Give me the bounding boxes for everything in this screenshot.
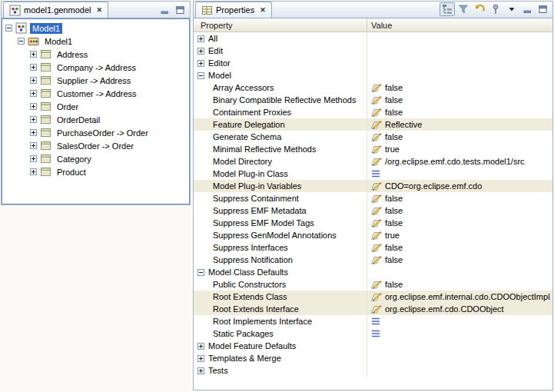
tree-item-model1[interactable]: Model1	[2, 22, 189, 35]
property-value-cell[interactable]: Reflective	[367, 118, 552, 131]
property-row-model-feature-defaults[interactable]: Model Feature Defaults	[194, 340, 552, 352]
show-tree-mode-button[interactable]	[440, 2, 455, 16]
tree-item-supplier-address[interactable]: Supplier -> Address	[2, 74, 189, 87]
tree-item-address[interactable]: Address	[2, 48, 189, 61]
expand-box-icon[interactable]	[197, 343, 204, 350]
property-row-model-class-defaults[interactable]: Model Class Defaults	[194, 266, 552, 278]
property-value-cell[interactable]: false	[367, 192, 552, 204]
property-row-static-packages[interactable]: Static Packages	[194, 327, 552, 340]
tree-item-customer-address[interactable]: Customer -> Address	[2, 87, 189, 100]
expand-box-icon[interactable]	[30, 77, 37, 84]
property-row-templates-merge[interactable]: Templates & Merge	[194, 352, 552, 364]
property-value-cell[interactable]	[367, 168, 552, 180]
property-value-cell[interactable]: false	[367, 81, 552, 94]
property-row-containment-proxies[interactable]: Containment Proxiesfalse	[194, 106, 552, 118]
property-value-cell[interactable]	[367, 69, 552, 81]
expand-box-icon[interactable]	[197, 35, 204, 42]
value-column-header[interactable]: Value	[367, 18, 552, 32]
tree-item-company-address[interactable]: Company -> Address	[2, 61, 189, 74]
minimize-button[interactable]	[520, 3, 535, 16]
property-value-cell[interactable]	[367, 57, 552, 69]
maximize-button[interactable]	[536, 3, 550, 16]
property-row-minimal-reflective-methods[interactable]: Minimal Reflective Methodstrue	[194, 143, 552, 155]
property-value-cell[interactable]: true	[367, 143, 552, 155]
collapse-box-icon[interactable]	[197, 269, 204, 276]
expand-box-icon[interactable]	[30, 168, 37, 175]
property-row-all[interactable]: All	[194, 32, 552, 45]
property-value-cell[interactable]: org.eclipse.emf.cdo.CDOObject	[367, 303, 552, 315]
property-value-cell[interactable]: false	[367, 106, 552, 118]
tree-item-model1[interactable]: Model1	[2, 35, 189, 48]
tree-item-salesorder-order[interactable]: SalesOrder -> Order	[2, 139, 189, 152]
property-row-editor[interactable]: Editor	[194, 57, 552, 69]
property-row-suppress-interfaces[interactable]: Suppress Interfacesfalse	[194, 241, 552, 254]
property-row-generate-schema[interactable]: Generate Schemafalse	[194, 131, 552, 143]
collapse-box-icon[interactable]	[18, 38, 25, 45]
property-value-cell[interactable]: org.eclipse.emf.internal.cdo.CDOObjectIm…	[367, 291, 552, 303]
close-icon[interactable]: ✕	[96, 6, 102, 14]
property-value-cell[interactable]: CDO=org.eclipse.emf.cdo	[367, 180, 552, 192]
property-value-cell[interactable]	[367, 340, 552, 352]
property-value-cell[interactable]	[367, 352, 552, 364]
property-column-header[interactable]: Property	[194, 18, 367, 32]
property-value-cell[interactable]	[367, 266, 552, 278]
property-row-edit[interactable]: Edit	[194, 45, 552, 57]
property-row-feature-delegation[interactable]: Feature DelegationReflective	[194, 118, 552, 131]
tree-item-category[interactable]: Category	[2, 152, 189, 165]
show-advanced-properties-button[interactable]	[456, 2, 471, 16]
property-value-cell[interactable]: false	[367, 131, 552, 143]
tree-item-order[interactable]: Order	[2, 100, 189, 113]
property-value-cell[interactable]: false	[367, 254, 552, 266]
property-row-root-extends-class[interactable]: Root Extends Classorg.eclipse.emf.intern…	[194, 291, 552, 303]
property-value-cell[interactable]: false	[367, 94, 552, 106]
expand-box-icon[interactable]	[30, 129, 37, 136]
property-row-tests[interactable]: Tests	[194, 364, 552, 377]
property-value-cell[interactable]: false	[367, 204, 552, 217]
view-menu-button[interactable]	[504, 2, 519, 16]
expand-box-icon[interactable]	[197, 367, 204, 374]
property-row-suppress-notification[interactable]: Suppress Notificationfalse	[194, 254, 552, 266]
property-value-cell[interactable]: false	[367, 241, 552, 254]
property-row-model-plug-in-class[interactable]: Model Plug-in Class	[194, 168, 552, 180]
tree-item-product[interactable]: Product	[2, 165, 189, 178]
restore-default-value-button[interactable]	[472, 2, 487, 16]
property-value-cell[interactable]	[367, 315, 552, 327]
expand-box-icon[interactable]	[197, 60, 204, 67]
property-value-cell[interactable]	[367, 32, 552, 45]
property-value-cell[interactable]: false	[367, 217, 552, 229]
expand-box-icon[interactable]	[30, 103, 37, 110]
property-row-model[interactable]: Model	[194, 69, 552, 81]
property-row-suppress-genmodel-annotations[interactable]: Suppress GenModel Annotationstrue	[194, 229, 552, 241]
property-row-model-directory[interactable]: Model Directory/org.eclipse.emf.cdo.test…	[194, 155, 552, 168]
property-row-array-accessors[interactable]: Array Accessorsfalse	[194, 81, 552, 94]
property-row-public-constructors[interactable]: Public Constructorsfalse	[194, 278, 552, 291]
tab-properties[interactable]: Properties ✕	[195, 2, 272, 18]
tab-model1-genmodel[interactable]: model1.genmodel ✕	[3, 2, 108, 18]
property-value-cell[interactable]	[367, 327, 552, 340]
property-value-cell[interactable]	[367, 45, 552, 57]
expand-box-icon[interactable]	[197, 48, 204, 55]
expand-box-icon[interactable]	[30, 90, 37, 97]
expand-box-icon[interactable]	[30, 155, 37, 162]
property-value-cell[interactable]	[367, 364, 552, 377]
property-row-suppress-emf-metadata[interactable]: Suppress EMF Metadatafalse	[194, 204, 552, 217]
close-icon[interactable]: ✕	[260, 6, 266, 14]
expand-box-icon[interactable]	[30, 116, 37, 123]
collapse-box-icon[interactable]	[5, 25, 12, 32]
collapse-box-icon[interactable]	[197, 72, 204, 79]
pin-to-selection-button[interactable]	[488, 2, 503, 16]
expand-box-icon[interactable]	[30, 142, 37, 149]
expand-box-icon[interactable]	[30, 64, 37, 71]
property-row-model-plug-in-variables[interactable]: Model Plug-in VariablesCDO=org.eclipse.e…	[194, 180, 552, 192]
tree-item-orderdetail[interactable]: OrderDetail	[2, 113, 189, 126]
minimize-button[interactable]	[158, 3, 172, 16]
property-row-root-implements-interface[interactable]: Root Implements Interface	[194, 315, 552, 327]
property-value-cell[interactable]: true	[367, 229, 552, 241]
tree-item-purchaseorder-order[interactable]: PurchaseOrder -> Order	[2, 126, 189, 139]
expand-box-icon[interactable]	[197, 355, 204, 362]
property-value-cell[interactable]: /org.eclipse.emf.cdo.tests.model1/src	[367, 155, 552, 168]
property-row-suppress-emf-model-tags[interactable]: Suppress EMF Model Tagsfalse	[194, 217, 552, 229]
property-value-cell[interactable]: false	[367, 278, 552, 291]
property-row-suppress-containment[interactable]: Suppress Containmentfalse	[194, 192, 552, 204]
maximize-button[interactable]	[173, 3, 187, 16]
